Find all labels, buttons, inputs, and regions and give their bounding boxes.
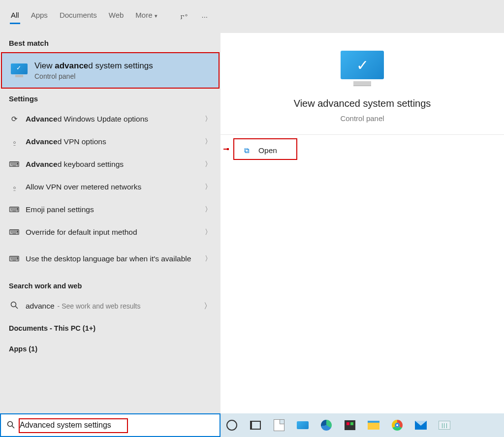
open-action[interactable]: ⧉ Open — [220, 138, 504, 163]
setting-vpn-metered[interactable]: ⍛ Allow VPN over metered networks 〉 — [0, 176, 220, 198]
more-options-icon[interactable]: ··· — [201, 12, 208, 21]
tab-more[interactable]: More▾ — [129, 7, 163, 26]
search-input[interactable] — [20, 421, 207, 430]
chevron-right-icon: 〉 — [205, 205, 212, 214]
tab-apps[interactable]: Apps — [25, 7, 54, 26]
setting-input-override[interactable]: ⌨ Override for default input method 〉 — [0, 221, 220, 244]
svg-point-2 — [8, 421, 13, 426]
svg-point-0 — [11, 302, 16, 307]
best-match-subtitle: Control panel — [34, 72, 153, 80]
cortana-icon[interactable] — [224, 418, 239, 433]
filter-tabs: All Apps Documents Web More▾ 𐌲° ··· — [0, 0, 220, 33]
chevron-down-icon: ▾ — [155, 13, 158, 19]
setting-keyboard[interactable]: ⌨ Advanced keyboard settings 〉 — [0, 153, 220, 176]
setting-windows-update[interactable]: ⟳ Advanced Windows Update options 〉 — [0, 108, 220, 130]
libreoffice-icon[interactable] — [272, 418, 286, 433]
svg-line-1 — [16, 307, 18, 309]
annotation-box — [233, 138, 297, 160]
svg-line-3 — [12, 426, 15, 428]
setting-language-bar[interactable]: ⌨ Use the desktop language bar when it's… — [0, 244, 220, 274]
search-panel: All Apps Documents Web More▾ 𐌲° ··· Best… — [0, 0, 504, 413]
apps-section-label[interactable]: Apps (1) — [0, 336, 220, 357]
search-icon — [9, 301, 20, 311]
search-box[interactable] — [0, 413, 220, 437]
keyboard-icon: ⌨ — [9, 254, 20, 263]
annotation-pointer — [223, 149, 228, 150]
chevron-right-icon: 〉 — [204, 301, 212, 312]
tab-documents[interactable]: Documents — [54, 7, 103, 26]
edge-icon[interactable] — [319, 418, 334, 433]
web-section-label: Search work and web — [0, 274, 220, 295]
best-match-result[interactable]: View advanced system settings Control pa… — [1, 52, 220, 89]
store-icon[interactable] — [343, 418, 357, 433]
chevron-right-icon: 〉 — [205, 137, 212, 146]
results-pane: All Apps Documents Web More▾ 𐌲° ··· Best… — [0, 0, 220, 413]
chevron-right-icon: 〉 — [205, 228, 212, 237]
settings-label: Settings — [0, 89, 220, 108]
keyboard-icon: ⌨ — [9, 205, 20, 214]
system-settings-icon — [11, 63, 28, 77]
tab-all[interactable]: All — [5, 7, 25, 26]
monitor-app-icon[interactable] — [437, 418, 452, 433]
vpn-icon: ⍛ — [9, 138, 20, 146]
settings-monitor-icon[interactable] — [295, 418, 310, 433]
preview-pane: ✓ View advanced system settings Control … — [220, 33, 504, 413]
search-icon — [6, 421, 16, 430]
preview-subtitle: Control panel — [340, 114, 384, 123]
taskbar — [220, 413, 504, 437]
web-search-result[interactable]: advance - See work and web results 〉 — [0, 295, 220, 317]
refresh-icon: ⟳ — [9, 115, 20, 124]
best-match-label: Best match — [0, 33, 220, 52]
vpn-icon: ⍛ — [9, 183, 20, 191]
preview-title: View advanced system settings — [294, 98, 431, 109]
chevron-right-icon: 〉 — [205, 115, 212, 124]
feedback-icon[interactable]: 𐌲° — [180, 12, 188, 21]
keyboard-icon: ⌨ — [9, 228, 20, 237]
system-settings-icon: ✓ — [341, 51, 384, 87]
mail-icon[interactable] — [413, 418, 428, 433]
chrome-icon[interactable] — [390, 418, 405, 433]
chevron-right-icon: 〉 — [205, 254, 212, 263]
keyboard-icon: ⌨ — [9, 160, 20, 169]
chevron-right-icon: 〉 — [205, 183, 212, 191]
setting-emoji-panel[interactable]: ⌨ Emoji panel settings 〉 — [0, 198, 220, 221]
chevron-right-icon: 〉 — [205, 160, 212, 169]
tab-web[interactable]: Web — [103, 7, 130, 26]
best-match-title: View advanced system settings — [34, 61, 153, 71]
documents-section-label[interactable]: Documents - This PC (1+) — [0, 317, 220, 336]
setting-vpn-options[interactable]: ⍛ Advanced VPN options 〉 — [0, 130, 220, 153]
file-explorer-icon[interactable] — [366, 418, 381, 433]
task-view-icon[interactable] — [248, 418, 263, 433]
